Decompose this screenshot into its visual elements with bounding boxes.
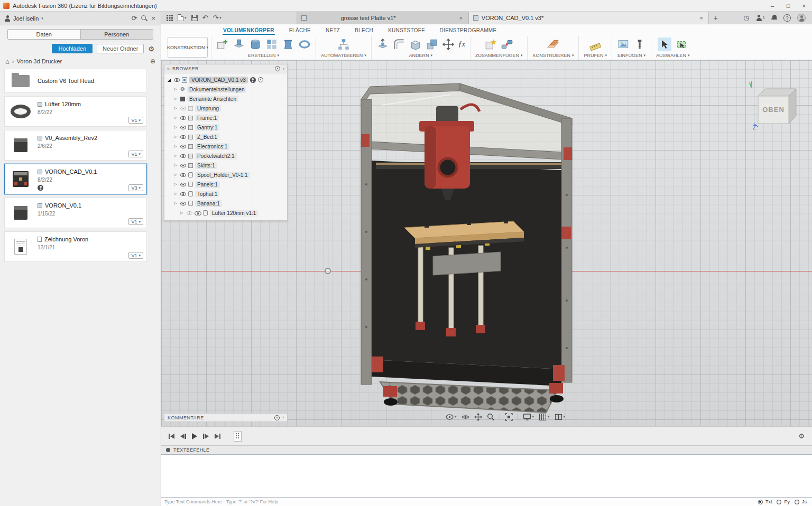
panel-close-button[interactable]: ×: [150, 15, 156, 22]
browser-header[interactable]: « BROWSER ›: [164, 64, 287, 73]
visibility-eye-icon[interactable]: [180, 192, 186, 196]
section-label-automatisieren[interactable]: AUTOMATISIEREN ▾: [321, 53, 366, 58]
tab-close-icon[interactable]: ×: [698, 15, 704, 21]
maximize-button[interactable]: □: [780, 0, 796, 11]
timeline-step-forward-button[interactable]: [203, 434, 209, 439]
parameters-fx-icon[interactable]: ƒx: [458, 40, 465, 49]
tree-root[interactable]: ◢ VORON_CAD_V0.1 v3: [164, 75, 287, 85]
tree-item[interactable]: ▷ Frame:1: [164, 113, 287, 123]
visibility-eye-icon[interactable]: [180, 145, 186, 148]
timeline-play-button[interactable]: [192, 433, 197, 439]
pattern-icon[interactable]: [265, 38, 278, 51]
version-badge[interactable]: V1 ▾: [128, 151, 143, 157]
expand-icon[interactable]: ▷: [173, 144, 178, 148]
tree-item-label[interactable]: Lüfter 120mm v1:1: [210, 210, 258, 217]
undo-button[interactable]: ↶: [202, 14, 208, 21]
home-icon[interactable]: ⌂: [5, 58, 10, 65]
save-button[interactable]: [191, 15, 198, 21]
expand-icon[interactable]: ▷: [173, 173, 178, 177]
mode-radio-js[interactable]: [795, 500, 799, 504]
expand-icon[interactable]: ▷: [173, 135, 178, 139]
viewports-icon[interactable]: ▾: [555, 413, 566, 421]
visibility-eye-icon[interactable]: [180, 107, 186, 110]
list-item[interactable]: Lüfter 120mm 8/2/22 V1 ▾: [4, 96, 147, 127]
section-label-konstruieren[interactable]: KONSTRUIEREN ▾: [532, 53, 574, 58]
new-tab-button[interactable]: +: [709, 12, 723, 24]
tree-item-label[interactable]: Ursprung: [195, 105, 221, 112]
chevron-down-icon[interactable]: ▾: [41, 16, 43, 21]
tree-item-label[interactable]: Skirts:1: [195, 162, 217, 169]
tree-item[interactable]: ▷ Ursprung: [164, 104, 287, 113]
tree-root-label[interactable]: VORON_CAD_V0.1 v3: [189, 77, 248, 83]
new-component-icon[interactable]: [484, 38, 497, 51]
select-tool-active[interactable]: [658, 38, 671, 51]
tree-item-label[interactable]: Spool_Holder_V0-1:1: [195, 172, 250, 179]
command-input[interactable]: [164, 499, 755, 504]
tree-item[interactable]: ▷ Panels:1: [164, 180, 287, 189]
upload-button[interactable]: Hochladen: [52, 44, 93, 53]
app-grid-icon[interactable]: [167, 15, 173, 21]
view-cube[interactable]: OBEN Y Z: [746, 79, 797, 130]
insert-fastener-icon[interactable]: [633, 38, 646, 51]
expand-icon[interactable]: ▷: [173, 125, 178, 129]
expand-icon[interactable]: ▷: [173, 106, 178, 110]
expand-icon[interactable]: ◢: [167, 78, 172, 82]
printer-model[interactable]: [345, 73, 583, 417]
redo-button[interactable]: ↷ ▾: [213, 14, 221, 21]
zoom-icon[interactable]: [487, 413, 495, 421]
tree-item[interactable]: ▷ Banana:1: [164, 199, 287, 208]
tree-item-label[interactable]: Pocketwatch2:1: [195, 153, 237, 160]
tree-item-label[interactable]: Dokumenteinstellungen: [187, 86, 247, 93]
tree-item[interactable]: ▷ Electronics:1: [164, 142, 287, 151]
globe-icon[interactable]: ⊕: [150, 58, 155, 65]
mode-radio-py[interactable]: [777, 500, 781, 504]
visibility-eye-icon[interactable]: [180, 126, 186, 129]
refresh-button[interactable]: ⟳: [131, 15, 139, 22]
window-close-button[interactable]: ×: [796, 0, 812, 11]
file-menu-button[interactable]: ▾: [178, 14, 187, 21]
tree-item-label[interactable]: Banana:1: [195, 200, 222, 207]
tree-item[interactable]: ▷ Benannte Ansichten: [164, 94, 287, 104]
visibility-eye-icon[interactable]: [180, 202, 186, 205]
minimize-button[interactable]: –: [764, 0, 780, 11]
visibility-eye-icon[interactable]: [180, 135, 186, 139]
grid-settings-icon[interactable]: ▾: [539, 413, 550, 421]
window-select-icon[interactable]: [675, 38, 688, 51]
target-icon[interactable]: [275, 66, 280, 71]
ribbon-tab-dienstprogramme[interactable]: DIENSTPROGRAMME: [439, 26, 497, 35]
search-icon[interactable]: [141, 15, 147, 22]
document-tab[interactable]: grosse test Platte v1* ×: [297, 12, 468, 24]
section-label-pruefen[interactable]: PRÜFEN ▾: [584, 53, 607, 58]
expand-icon[interactable]: ▷: [173, 192, 178, 196]
panel-expand-icon[interactable]: ›: [282, 415, 284, 420]
tree-item-label[interactable]: Z_Bed:1: [195, 134, 219, 140]
construction-plane-icon[interactable]: [547, 38, 559, 51]
visibility-eye-icon[interactable]: [180, 183, 186, 186]
revolve-icon[interactable]: [249, 38, 262, 51]
expand-icon[interactable]: ▷: [173, 97, 178, 101]
expand-icon[interactable]: ▷: [173, 116, 178, 120]
focus-icon[interactable]: [258, 77, 263, 82]
text-commands-header[interactable]: TEXTBEFEHLE: [161, 445, 812, 454]
tab-personen[interactable]: Personen: [80, 30, 153, 39]
tree-item-label[interactable]: Frame:1: [195, 115, 219, 121]
panel-expand-icon[interactable]: ›: [283, 67, 284, 71]
list-item[interactable]: V0_Assembly_Rev2 2/6/22 V1 ▾: [4, 130, 147, 161]
tab-close-icon[interactable]: ×: [458, 15, 463, 21]
tree-item-linked[interactable]: ▷ Lüfter 120mm v1:1: [164, 208, 287, 218]
display-settings-icon[interactable]: ▾: [523, 413, 534, 421]
fillet-icon[interactable]: [393, 38, 405, 51]
konstruktion-dropdown[interactable]: KONSTRUKTION ▾: [168, 37, 208, 58]
mode-radio-txt[interactable]: [758, 500, 763, 504]
expand-icon[interactable]: ▷: [173, 154, 178, 158]
document-tab-active[interactable]: VORON_CAD_V0.1 v3* ×: [468, 12, 709, 24]
timeline-settings-gear-icon[interactable]: ⚙: [798, 432, 805, 440]
list-item[interactable]: Zeichnung Voron 12/1/21 V1 ▾: [4, 231, 147, 262]
orbit-icon[interactable]: ▾: [446, 413, 457, 421]
tree-item[interactable]: ▷ Tophat:1: [164, 189, 287, 199]
section-label-zusammenfuegen[interactable]: ZUSAMMENFÜGEN ▾: [475, 53, 523, 58]
create-sketch-icon[interactable]: [216, 38, 229, 51]
visibility-eye-icon[interactable]: [187, 211, 192, 215]
breadcrumb-folder[interactable]: Voron 3d Drucker: [17, 58, 62, 64]
list-item-selected[interactable]: VORON_CAD_V0.1 8/2/22 V3 ▾: [4, 164, 147, 194]
